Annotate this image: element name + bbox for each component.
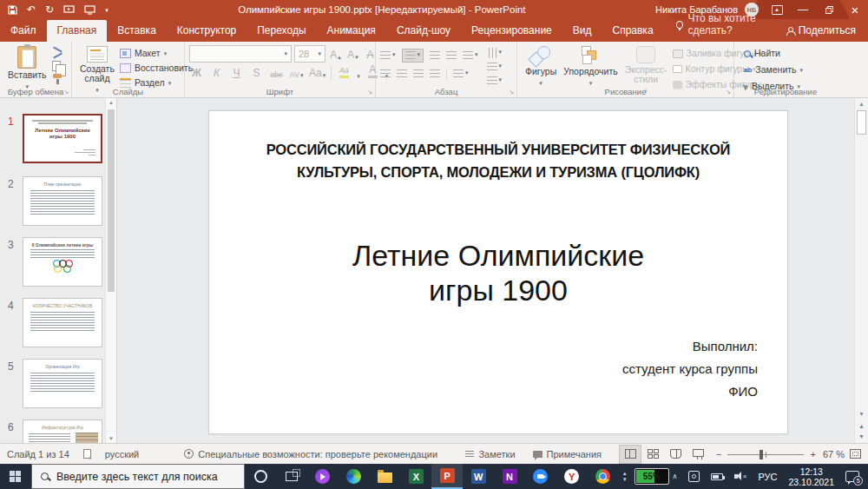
text-shadow-button[interactable]: S	[249, 65, 264, 80]
task-view-button[interactable]	[276, 464, 307, 489]
file-explorer-button[interactable]	[370, 464, 401, 489]
onenote-button[interactable]: N	[494, 464, 525, 489]
thumbnail-scrollbar[interactable]: ▲ ▼	[105, 98, 116, 443]
columns-button[interactable]: ▾	[453, 69, 469, 78]
thumb-scroll-up-icon[interactable]: ▲	[106, 100, 116, 105]
text-direction-button[interactable]: ▾	[487, 49, 503, 57]
volume-muted-icon[interactable]: ×	[734, 472, 746, 481]
copy-icon[interactable]	[52, 61, 61, 71]
thumbnail-row-2[interactable]: 2 План презентации	[0, 176, 102, 226]
taskbar-scroll-up-icon[interactable]: ▲	[622, 471, 628, 476]
slide-university-header[interactable]: РОССИЙСКИЙ ГОСУДАРСТВЕННЫЙ УНИВЕРСИТЕТ Ф…	[248, 139, 748, 184]
save-icon[interactable]	[8, 5, 17, 15]
slide-sorter-view-button[interactable]	[641, 445, 664, 464]
thumb-5-box[interactable]: Организация Игр	[23, 359, 102, 408]
zoom-in-button[interactable]: +	[810, 449, 815, 459]
taskbar-scroll-arrows[interactable]: ▲▼	[619, 464, 631, 489]
tab-help[interactable]: Справка	[602, 20, 663, 42]
redo-icon[interactable]: ↻	[45, 4, 54, 15]
tab-slideshow[interactable]: Слайд-шоу	[386, 20, 461, 42]
reading-view-button[interactable]	[664, 445, 687, 464]
tell-me-box[interactable]: Что вы хотите сделать?	[676, 12, 786, 42]
accessibility-checker[interactable]: Специальные возможности: проверьте реком…	[184, 449, 437, 459]
previous-slide-button[interactable]: ▲	[855, 423, 868, 429]
font-dialog-launcher[interactable]: ↘	[367, 89, 372, 96]
change-case-button[interactable]: Aa▾	[309, 65, 326, 80]
strikethrough-button[interactable]: abc	[269, 65, 284, 80]
tab-design[interactable]: Конструктор	[167, 20, 247, 42]
taskbar-scroll-down-icon[interactable]: ▼	[622, 477, 628, 482]
arrange-button[interactable]: Упорядочить ▾	[560, 45, 621, 89]
grow-font-button[interactable]: A▴	[328, 47, 343, 62]
start-slideshow-icon[interactable]	[63, 5, 75, 15]
presenter-view-icon[interactable]	[84, 5, 95, 15]
decrease-indent-icon[interactable]	[430, 51, 440, 60]
notes-page-indicator[interactable]	[83, 449, 91, 459]
excel-button[interactable]: X	[400, 464, 431, 489]
next-slide-button[interactable]: ▼	[855, 433, 868, 439]
align-text-button[interactable]: ▾	[487, 63, 503, 71]
thumbnail-row-4[interactable]: 4 КОЛИЧЕСТВО УЧАСТНИКОВ	[0, 298, 102, 347]
thumb-scroll-down-icon[interactable]: ▼	[106, 436, 116, 441]
edge-button[interactable]	[339, 464, 370, 489]
justify-icon[interactable]	[430, 69, 440, 78]
format-painter-icon[interactable]	[52, 74, 62, 84]
highlight-color-button[interactable]: Aa	[337, 65, 352, 80]
slide-main-title[interactable]: Летние Олимпийские игры 1900	[209, 238, 787, 307]
paragraph-dialog-launcher[interactable]: ↘	[509, 89, 514, 96]
fit-slide-to-window-button[interactable]	[850, 449, 861, 459]
font-size-combo[interactable]: 28▾	[294, 45, 326, 63]
undo-icon[interactable]: ↶	[27, 4, 36, 15]
shrink-font-button[interactable]: A▾	[345, 47, 360, 62]
increase-indent-icon[interactable]	[446, 51, 457, 60]
tab-home[interactable]: Главная	[47, 20, 108, 42]
comments-toggle[interactable]: Примечания	[524, 446, 611, 463]
bold-button[interactable]: Ж	[189, 65, 204, 80]
bullets-button[interactable]: ▾	[380, 51, 396, 60]
character-spacing-button[interactable]: AV▾	[289, 65, 304, 80]
smartart-button[interactable]: ▾	[487, 76, 503, 85]
alisa-button[interactable]	[307, 464, 339, 489]
taskbar-search-box[interactable]: Введите здесь текст для поиска	[31, 464, 245, 489]
cortana-button[interactable]	[245, 464, 276, 489]
tab-file[interactable]: Файл	[0, 20, 47, 42]
tray-app-icon[interactable]	[688, 471, 700, 482]
thumb-6-box[interactable]: Инфраструктура Игр	[23, 420, 102, 443]
scroll-thumb[interactable]	[857, 110, 866, 135]
numbering-button[interactable]: ▾	[402, 49, 424, 63]
start-button[interactable]	[0, 464, 31, 489]
clock[interactable]: 12:13 23.10.2021	[788, 466, 834, 487]
align-right-icon[interactable]	[413, 69, 424, 78]
thumb-4-box[interactable]: КОЛИЧЕСТВО УЧАСТНИКОВ	[23, 298, 102, 347]
reset-button[interactable]: Восстановить	[120, 63, 193, 74]
tab-insert[interactable]: Вставка	[107, 20, 167, 42]
zoom-app-button[interactable]	[525, 464, 556, 489]
zoom-percentage[interactable]: 67 %	[823, 449, 845, 459]
keyboard-language-indicator[interactable]: РУС	[758, 472, 777, 482]
close-button[interactable]: ×	[842, 0, 868, 19]
notification-center-button[interactable]: 5	[845, 471, 859, 482]
cut-icon[interactable]	[52, 48, 64, 58]
align-center-icon[interactable]	[397, 69, 407, 78]
slideshow-view-button[interactable]	[687, 445, 709, 464]
thumb-2-box[interactable]: План презентации	[23, 176, 102, 226]
replace-button[interactable]: abЗаменить▾	[744, 64, 803, 76]
battery-widget[interactable]: 55%	[635, 468, 669, 485]
tab-review[interactable]: Рецензирование	[461, 20, 562, 42]
scroll-down-icon[interactable]: ▼	[855, 411, 868, 417]
thumb-1-box[interactable]: Летние Олимпийские игры 1900	[23, 114, 102, 163]
thumbnail-row-5[interactable]: 5 Организация Игр	[0, 359, 102, 408]
underline-button[interactable]: Ч	[229, 65, 244, 80]
normal-view-button[interactable]	[619, 445, 641, 464]
align-left-icon[interactable]	[380, 69, 391, 78]
tab-transitions[interactable]: Переходы	[247, 20, 316, 42]
thumbnail-row-3[interactable]: 3 II Олимпийские летние игры	[0, 237, 102, 287]
layout-button[interactable]: Макет▾	[120, 48, 193, 59]
slide-credits[interactable]: Выполнил: сстудент курса группы ФИО	[622, 335, 758, 403]
word-button[interactable]: W	[463, 464, 494, 489]
line-spacing-button[interactable]: ▾	[463, 51, 478, 60]
minimize-button[interactable]: —	[790, 0, 816, 19]
tab-animations[interactable]: Анимация	[317, 20, 386, 42]
find-button[interactable]: Найти	[744, 48, 803, 59]
hidden-icons-chevron[interactable]: ∧	[673, 472, 678, 480]
